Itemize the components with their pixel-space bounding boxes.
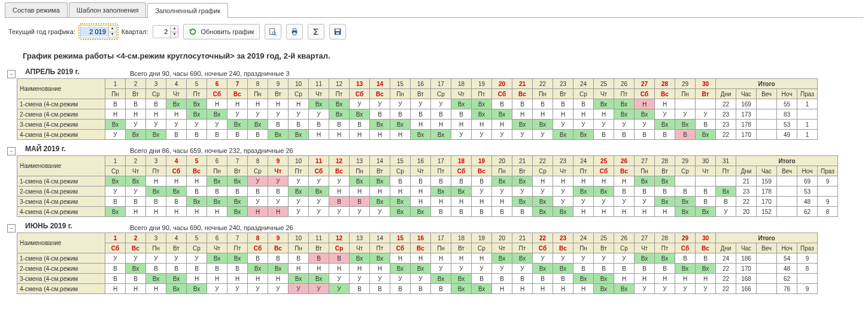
refresh-button[interactable]: Обновить график [183,24,259,39]
cell[interactable]: В [227,264,248,274]
cell[interactable] [696,99,716,109]
cell[interactable]: У [329,207,350,217]
cell[interactable]: Вх [166,99,187,109]
cell[interactable]: У [289,197,309,207]
cell[interactable]: Н [248,99,268,109]
cell[interactable]: У [655,284,675,294]
cell[interactable]: В [716,197,736,207]
cell[interactable]: У [675,284,696,294]
cell[interactable]: Вх [512,253,533,264]
cell[interactable]: Вх [411,130,431,140]
cell[interactable]: В [635,264,655,274]
cell[interactable]: Вх [309,274,329,284]
cell[interactable]: Н [187,176,207,186]
cell[interactable]: В [553,99,573,109]
cell[interactable]: У [289,284,309,294]
cell[interactable]: В [512,274,533,284]
cell[interactable]: Н [411,197,431,207]
cell[interactable]: У [533,253,553,264]
cell[interactable]: Вх [207,253,227,264]
collapse-toggle[interactable]: − [7,147,16,155]
cell[interactable]: В [350,120,370,130]
cell[interactable]: Вх [390,197,411,207]
cell[interactable]: В [431,284,451,294]
cell[interactable]: Вх [512,120,533,130]
cell[interactable]: Вх [105,176,126,186]
cell[interactable]: Вх [390,264,411,274]
cell[interactable]: Вх [512,197,533,207]
cell[interactable]: Н [146,284,166,294]
cell[interactable]: В [696,186,716,197]
cell[interactable]: В [289,253,309,264]
cell[interactable]: В [289,120,309,130]
cell[interactable]: В [655,264,675,274]
cell[interactable]: В [451,109,472,120]
cell[interactable]: Вх [146,186,166,197]
cell[interactable]: Н [207,99,227,109]
cell[interactable]: У [350,207,370,217]
cell[interactable]: Вх [431,274,451,284]
cell[interactable]: У [126,253,146,264]
cell[interactable]: У [411,99,431,109]
cell[interactable]: Н [126,284,146,294]
cell[interactable]: Н [105,109,126,120]
cell[interactable]: В [472,207,492,217]
cell[interactable] [696,176,716,186]
year-spinbox[interactable]: ▲▼ [80,25,117,38]
cell[interactable]: Н [126,207,146,217]
cell[interactable]: Н [472,197,492,207]
cell[interactable]: Н [635,99,655,109]
cell[interactable]: В [492,99,512,109]
cell[interactable]: В [696,253,716,264]
cell[interactable]: Вх [451,186,472,197]
cell[interactable]: Вх [146,130,166,140]
tab-schedule[interactable]: Заполненный график [147,3,228,18]
cell[interactable]: Вх [492,176,512,186]
cell[interactable]: У [146,253,166,264]
cell[interactable]: Н [390,186,411,197]
cell[interactable]: Н [553,109,573,120]
cell[interactable]: Н [594,207,614,217]
quarter-up[interactable]: ▲ [171,26,178,32]
cell[interactable]: У [390,274,411,284]
cell[interactable]: У [512,130,533,140]
cell[interactable]: У [533,186,553,197]
cell[interactable]: В [207,130,227,140]
cell[interactable]: Вх [105,207,126,217]
cell[interactable]: Вх [390,207,411,217]
cell[interactable]: Вх [655,197,675,207]
cell[interactable]: Н [187,207,207,217]
cell[interactable]: Вх [187,99,207,109]
cell[interactable]: В [675,130,696,140]
cell[interactable]: У [553,186,573,197]
cell[interactable]: Вх [451,274,472,284]
cell[interactable]: Вх [105,120,126,130]
cell[interactable]: Вх [675,197,696,207]
cell[interactable]: У [573,197,594,207]
cell[interactable]: В [105,264,126,274]
cell[interactable]: В [166,197,187,207]
cell[interactable]: В [105,197,126,207]
cell[interactable]: Вх [553,130,573,140]
cell[interactable]: Н [553,284,573,294]
cell[interactable]: Вх [207,109,227,120]
cell[interactable]: Н [635,207,655,217]
cell[interactable]: В [350,197,370,207]
cell[interactable]: У [126,120,146,130]
cell[interactable]: У [207,284,227,294]
cell[interactable]: Вх [716,186,736,197]
cell[interactable]: В [594,264,614,274]
cell[interactable]: У [675,109,696,120]
cell[interactable]: У [166,120,187,130]
cell[interactable]: Вх [187,284,207,294]
cell[interactable]: В [207,186,227,197]
cell[interactable]: У [248,197,268,207]
cell[interactable]: У [146,120,166,130]
cell[interactable]: В [472,176,492,186]
cell[interactable]: Вх [248,264,268,274]
preview-button[interactable] [265,24,281,39]
cell[interactable]: Вх [350,109,370,120]
cell[interactable]: Вх [553,207,573,217]
cell[interactable]: Н [227,274,248,284]
cell[interactable]: Вх [675,207,696,217]
